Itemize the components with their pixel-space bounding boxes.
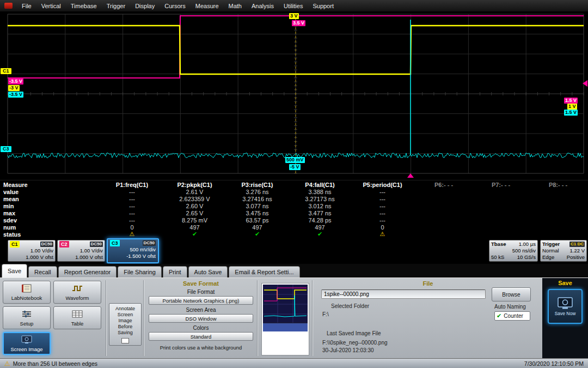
channel-desc-c2[interactable]: C2DC501.00 V/div1.000 V ofst (57, 240, 105, 262)
last-saved-path: F:\\0spike_neg--00000.png (322, 340, 388, 346)
screen-image-button[interactable]: Screen Image (3, 332, 51, 355)
browse-button[interactable]: Browse (492, 287, 531, 301)
preview-white-area (263, 331, 308, 354)
camera-icon (557, 297, 573, 309)
measure-value: --- (351, 189, 414, 195)
counter-checkmark-icon: ✔ (497, 313, 501, 319)
measure-row-label: sdev (0, 217, 101, 224)
screen-area-dropdown[interactable]: DSO Window (149, 314, 253, 323)
measure-value: 3.077 ns (226, 203, 289, 209)
menu-item-utilities[interactable]: Utilities (279, 3, 308, 9)
measure-value: --- (101, 196, 163, 202)
timebase-label: Tbase (491, 241, 506, 248)
table-button[interactable]: Table (53, 306, 101, 329)
measure-col-header: P2:pkpk(C1) (163, 182, 226, 188)
tab-email-report-setti-[interactable]: Email & Report Setti... (229, 266, 299, 277)
measure-table: MeasureP1:freq(C1)P2:pkpk(C1)P3:rise(C1)… (0, 180, 588, 238)
separator (106, 280, 107, 356)
last-saved-time: 30-Jul-2020 12:03:30 (322, 347, 374, 353)
channel-desc-header: C3DC50 (110, 240, 156, 246)
descriptor-strip: C1DC501.00 V/div1.000 V ofstC2DC501.00 V… (0, 238, 588, 264)
file-section-title: File (314, 280, 542, 287)
tab-print[interactable]: Print (163, 266, 187, 277)
menu-item-trigger[interactable]: Trigger (102, 3, 130, 9)
separator (312, 280, 313, 356)
measure-value: 2.623359 V (163, 196, 226, 202)
setup-button[interactable]: Setup (3, 306, 51, 329)
tab-file-sharing[interactable]: File Sharing (118, 266, 162, 277)
menu-item-file[interactable]: File (17, 3, 36, 9)
measure-value: --- (101, 210, 163, 216)
menu-item-analysis[interactable]: Analysis (247, 3, 279, 9)
tab-save[interactable]: Save (2, 264, 27, 277)
annotate-before-saving-button[interactable]: Annotate Screen Image Before Saving (109, 303, 142, 346)
tab-report-generator[interactable]: Report Generator (58, 266, 117, 277)
c2-offset-marker (583, 80, 587, 87)
measure-value: 3.276 ns (226, 189, 289, 195)
filename-input[interactable] (321, 289, 486, 299)
menu-item-display[interactable]: Display (130, 3, 160, 9)
save-now-label: Save Now (555, 311, 576, 316)
save-now-button[interactable]: Save Now (548, 289, 583, 324)
trigger-level: 1.22 V (570, 248, 585, 254)
channel-offset: 1.000 V ofst (10, 254, 53, 261)
waveform-svg (0, 12, 588, 180)
selected-folder-label: Selected Folder (331, 303, 369, 309)
colors-dropdown[interactable]: Standard (149, 332, 253, 341)
menu-item-math[interactable]: Math (224, 3, 247, 9)
auto-naming-label: Auto Naming (494, 304, 526, 310)
screen-area-label: Screen Area (186, 307, 216, 313)
annotate-checkbox[interactable] (121, 338, 129, 343)
trigger-mode: Normal (542, 248, 559, 254)
oscilloscope-app: FileVerticalTimebaseTriggerDisplayCursor… (0, 0, 588, 368)
app-icon (4, 3, 13, 9)
save-panel-title: Save (558, 280, 572, 286)
counter-label: Counter (504, 313, 523, 319)
print-colors-note: Print colors use a white background (160, 345, 242, 351)
level-tag: 1.5 V (564, 98, 578, 104)
measure-col-header: P7:- - - (474, 182, 528, 188)
trigger-source-badge: C1 DC (569, 242, 585, 247)
measure-col-header: P4:fall(C1) (289, 182, 351, 188)
measure-status: ✔ (163, 231, 226, 238)
menu-item-cursors[interactable]: Cursors (160, 3, 191, 9)
timebase-box[interactable]: Tbase 1.00 µs 500 ns/div 50 kS 10 GS/s (489, 240, 538, 262)
trigger-box[interactable]: Trigger C1 DC Normal 1.22 V Edge Positiv… (540, 240, 587, 262)
menu-item-vertical[interactable]: Vertical (36, 3, 66, 9)
counter-checkbox[interactable]: ✔ Counter (494, 311, 530, 321)
channel-scale: 1.00 V/div (10, 248, 53, 254)
waveform-display: 3 V3.5 V-3.5 V-3 V-3.5 V1.5 V1 V1.5 V500… (0, 12, 588, 180)
measure-value: --- (101, 203, 163, 209)
waveform-button[interactable]: Waveform (53, 281, 101, 304)
measure-value: --- (351, 203, 414, 209)
tab-auto-save[interactable]: Auto Save (188, 266, 228, 277)
screen-image-icon (21, 335, 33, 345)
level-tag: -5 V (289, 164, 301, 170)
file-format-dropdown[interactable]: Portable Network Graphics (.png) (149, 296, 253, 305)
labnotebook-button[interactable]: LabNotebook (3, 281, 51, 304)
timebase-header: Tbase 1.00 µs (491, 241, 536, 248)
channel-label-c1: C1 (10, 241, 20, 248)
menu-item-measure[interactable]: Measure (191, 3, 224, 9)
channel-indicator-c3: C3 (1, 146, 11, 152)
measure-value: 2.61 V (163, 189, 226, 195)
channel-desc-c1[interactable]: C1DC501.00 V/div1.000 V ofst (8, 240, 56, 262)
channel-label-c3: C3 (110, 240, 120, 246)
setup-icon (21, 310, 33, 319)
menu-item-support[interactable]: Support (308, 3, 339, 9)
menu-item-timebase[interactable]: Timebase (66, 3, 102, 9)
file-section: File Browse Selected Folder F:\ Auto Nam… (314, 278, 542, 359)
trigger-label: Trigger (542, 241, 560, 248)
measure-value: 497 (226, 224, 289, 231)
annotate-label: Annotate Screen Image Before Saving (111, 306, 140, 336)
save-panel: Save Save Now (542, 278, 588, 359)
measure-value: 3.27173 ns (289, 196, 351, 202)
selected-folder-value: F:\ (322, 311, 329, 317)
measure-value: 3.27416 ns (226, 196, 289, 202)
measure-col-header: P8:- - - (528, 182, 588, 188)
tab-recall[interactable]: Recall (28, 266, 57, 277)
measure-value: 8.275 mV (163, 217, 226, 224)
warning-icon: ⚠ (4, 360, 10, 367)
channel-desc-c3[interactable]: C3DC50500 mV/div-1.500 V ofst (107, 238, 159, 263)
timebase-samples: 50 kS (491, 254, 504, 261)
